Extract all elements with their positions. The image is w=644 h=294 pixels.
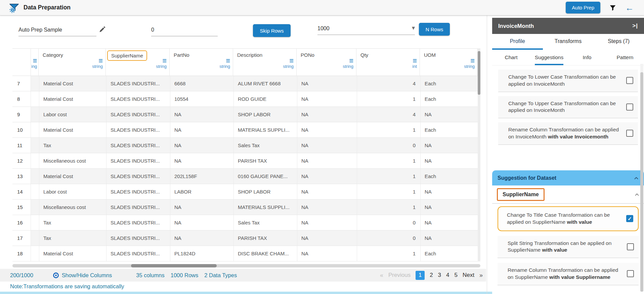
n-rows-value: 1000	[317, 26, 330, 32]
grid-header-row: ing Category string SupplierName string …	[12, 48, 480, 76]
suggestion-text: Split String Transformation can be appli…	[508, 240, 619, 254]
n-rows-select[interactable]: 1000	[317, 19, 415, 35]
page-button-4[interactable]: 4	[446, 272, 449, 279]
rows-count: 1000 Rows	[171, 272, 199, 279]
column-menu-icon[interactable]	[283, 58, 294, 63]
table-row[interactable]: 9 Labor cost SLADES INDUSTRI... NA SHOP …	[12, 107, 480, 122]
previous-arrow-icon[interactable]: «	[380, 272, 383, 279]
back-arrow-icon[interactable]	[625, 3, 634, 12]
column-header-suppliername[interactable]: SupplierName string	[106, 49, 170, 76]
page-button-3[interactable]: 3	[438, 272, 441, 279]
chevron-up-icon[interactable]	[635, 193, 639, 196]
panel-scrollbar-thumb[interactable]	[640, 72, 643, 292]
column-type-label: int	[412, 64, 417, 69]
subtab-pattern[interactable]: Pattern	[606, 50, 644, 65]
column-header-pono[interactable]: PONo string	[297, 49, 356, 76]
tab-transforms[interactable]: Transforms	[543, 34, 594, 50]
data-preparation-app: Data Preparation Auto Prep Auto Prep Sam…	[0, 0, 644, 294]
collapse-panel-icon[interactable]: >|	[632, 23, 638, 29]
page-button-1[interactable]: 1	[416, 271, 425, 280]
edit-pencil-icon[interactable]	[99, 26, 105, 34]
column-menu-icon[interactable]	[219, 58, 230, 63]
table-row[interactable]: 16 Tax SLADES INDUSTRI... NA Sales Tax N…	[12, 215, 480, 230]
next-arrow-icon[interactable]: »	[479, 272, 483, 279]
pagination: « Previous 1 2 3 4 5 Next »	[380, 271, 486, 280]
column-menu-icon[interactable]	[464, 58, 475, 63]
suggestion-item: Rename Column Transformation can be appl…	[498, 122, 638, 145]
subtab-suggestions[interactable]: Suggestions	[530, 50, 568, 65]
suggestion-checkbox[interactable]	[627, 243, 634, 250]
column-header-description[interactable]: Description string	[233, 49, 297, 76]
skip-rows-input[interactable]: 0	[151, 21, 218, 36]
table-row[interactable]: 8 Material Cost SLADES INDUSTRI... 10554…	[12, 91, 480, 107]
column-header-partno[interactable]: PartNo string	[170, 49, 233, 76]
column-header-category[interactable]: Category string	[39, 49, 106, 76]
scrollbar-thumb[interactable]	[131, 264, 217, 267]
column-type-label: string	[219, 64, 230, 69]
n-rows-button[interactable]: N Rows	[419, 23, 450, 36]
filter-icon[interactable]	[609, 4, 616, 11]
tab-profile[interactable]: Profile	[492, 34, 543, 50]
row-number-header	[12, 49, 31, 76]
suggestion-text: Change To Upper Case Transformation can …	[508, 100, 620, 114]
table-row[interactable]: 18 Material Cost SLADES INDUSTRI... PL18…	[12, 246, 480, 261]
suggestion-item: Rename Column Transformation can be appl…	[498, 263, 639, 285]
table-row[interactable]: 15 Miscellaneous cost SLADES INDUSTRI...…	[12, 200, 480, 215]
column-menu-icon[interactable]	[92, 58, 103, 63]
skip-rows-value: 0	[151, 27, 154, 33]
scrollbar-thumb[interactable]	[478, 51, 480, 95]
sample-name-input[interactable]: Auto Prep Sample	[18, 21, 96, 36]
column-menu-icon[interactable]	[412, 58, 417, 63]
highlighted-column-name: SupplierName	[107, 50, 147, 61]
column-type-label: string	[283, 64, 294, 69]
dataset-summary: 35 columns 1000 Rows 2 Data Types	[136, 272, 237, 279]
column-menu-icon[interactable]	[156, 58, 167, 63]
page-button-5[interactable]: 5	[455, 272, 458, 279]
chevron-up-icon[interactable]	[634, 176, 639, 180]
column-menu-icon[interactable]	[31, 58, 37, 63]
suggestion-checkbox[interactable]	[626, 77, 633, 84]
dataset-section-header[interactable]: Suggestion for Dataset	[492, 170, 644, 185]
column-header-qty[interactable]: Qty int	[356, 49, 420, 76]
page-button-2[interactable]: 2	[430, 272, 433, 279]
highlighted-dataset-column: SupplierName	[497, 188, 545, 201]
subtab-chart[interactable]: Chart	[492, 50, 530, 65]
suggestion-checkbox[interactable]	[626, 103, 633, 111]
panel-tabs: Profile Transforms Steps (7)	[492, 34, 644, 50]
tab-steps[interactable]: Steps (7)	[593, 34, 644, 50]
subtab-info[interactable]: Info	[568, 50, 606, 65]
suggestion-checkbox[interactable]	[626, 130, 633, 137]
column-profile-panel: InvoiceMonth >| Profile Transforms Steps…	[492, 18, 644, 294]
columns-count: 35 columns	[136, 272, 164, 279]
next-page-button[interactable]: Next	[463, 272, 474, 279]
chevron-down-icon	[412, 24, 415, 32]
suggestion-checkbox[interactable]	[626, 215, 633, 222]
previous-page-button[interactable]: Previous	[388, 272, 411, 279]
column-type-label: string	[343, 64, 353, 69]
table-row[interactable]: 14 Labor cost SLADES INDUSTRI... LABOR S…	[12, 184, 480, 200]
suggestion-checkbox[interactable]	[627, 270, 634, 277]
auto-prep-button[interactable]: Auto Prep	[566, 2, 600, 13]
table-row[interactable]: 17 Tax SLADES INDUSTRI... NA PARISH TAX …	[12, 230, 480, 246]
skip-rows-button[interactable]: Skip Rows	[253, 24, 291, 37]
suggestion-item: Change To Lower Case Transformation can …	[498, 70, 638, 92]
column-menu-icon[interactable]	[343, 58, 353, 63]
table-row[interactable]: 12 Miscellaneous cost SLADES INDUSTRI...…	[12, 153, 480, 169]
column-type-label: string	[156, 64, 167, 69]
table-row[interactable]: 7 Material Cost SLADES INDUSTRI... 6668 …	[12, 76, 480, 91]
app-logo-funnel-gear-icon	[9, 2, 19, 13]
dataset-column-row[interactable]: SupplierName	[492, 185, 644, 204]
column-header-uom[interactable]: UOM string	[420, 49, 478, 76]
page-title: Data Preparation	[24, 4, 71, 11]
top-bar: Data Preparation Auto Prep	[0, 0, 644, 15]
table-vertical-scrollbar[interactable]	[478, 48, 480, 261]
table-horizontal-scrollbar[interactable]	[12, 264, 480, 267]
table-row[interactable]: 13 Material Cost SLADES INDUSTRI... 202L…	[12, 169, 480, 184]
table-row[interactable]: 10 Material Cost SLADES INDUSTRI... NA M…	[12, 122, 480, 138]
table-row[interactable]: 11 Tax SLADES INDUSTRI... NA Sales Tax N…	[12, 138, 480, 153]
column-type-label: string	[92, 64, 103, 69]
show-hide-columns-link[interactable]: Show/Hide Columns	[53, 272, 112, 279]
target-eye-icon	[53, 272, 59, 279]
data-grid: ing Category string SupplierName string …	[12, 48, 480, 261]
suggestion-item-selected: Change To Title Case Transformation can …	[498, 206, 639, 231]
